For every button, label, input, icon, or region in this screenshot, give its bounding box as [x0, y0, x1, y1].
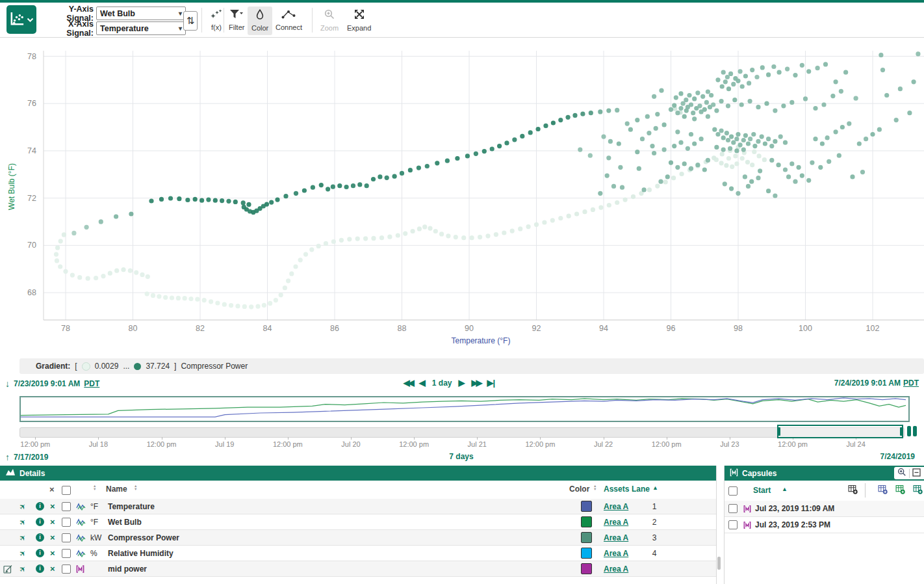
color-swatch[interactable]: [581, 514, 592, 529]
trend-overview-chart[interactable]: [19, 396, 910, 422]
connect-label: Connect: [276, 23, 302, 31]
expand-button[interactable]: Expand: [343, 7, 375, 35]
asset-link[interactable]: Area A: [604, 514, 628, 529]
step-forward-button[interactable]: [459, 378, 465, 388]
capsules-title: Capsules: [742, 469, 776, 478]
zoom-in-icon[interactable]: [897, 468, 906, 479]
timeline-tick-label: Jul 22: [594, 440, 613, 448]
capsule-row[interactable]: Jul 23, 2019 11:09 AM: [725, 501, 924, 517]
signal-icon: [76, 499, 86, 514]
assets-column-header[interactable]: Assets: [604, 484, 629, 494]
row-checkbox[interactable]: [62, 561, 71, 576]
info-icon[interactable]: i: [36, 514, 44, 529]
swap-axes-button[interactable]: [183, 11, 198, 31]
zoom-button[interactable]: Zoom: [316, 7, 342, 35]
details-row[interactable]: i°FWet BulbArea A2: [0, 514, 716, 530]
details-row[interactable]: i%Relative HumidityArea A4: [0, 546, 716, 561]
color-swatch[interactable]: [581, 561, 592, 576]
capsule-time-icon[interactable]: [907, 426, 917, 436]
add-signal-column-icon[interactable]: [878, 484, 888, 496]
range-start-timezone[interactable]: PDT: [84, 379, 99, 388]
sort-icon[interactable]: [93, 484, 96, 491]
rocket-icon[interactable]: [19, 561, 26, 576]
asset-link[interactable]: Area A: [604, 499, 628, 514]
select-all-capsules-checkbox[interactable]: [728, 486, 738, 496]
remove-icon[interactable]: [50, 530, 55, 545]
range-step-duration[interactable]: 1 day: [432, 378, 452, 388]
color-swatch[interactable]: [581, 499, 592, 514]
add-stat-column-icon[interactable]: [913, 484, 923, 496]
rocket-icon[interactable]: [19, 499, 26, 514]
sort-ascending-icon[interactable]: [652, 484, 658, 491]
color-column-header[interactable]: Color: [569, 484, 589, 494]
edit-icon[interactable]: [3, 561, 12, 576]
add-column-icon[interactable]: [848, 484, 858, 496]
svg-text:90: 90: [465, 324, 474, 333]
info-icon[interactable]: i: [36, 561, 44, 576]
timeline-track[interactable]: [19, 427, 905, 438]
row-checkbox[interactable]: [62, 499, 71, 514]
scatter-toolbar: Y-Axis Signal: Wet Bulb X-Axis Signal: T…: [0, 3, 924, 38]
timeline-tick-mark: [477, 437, 478, 440]
svg-text:98: 98: [734, 324, 743, 333]
row-checkbox[interactable]: [62, 514, 71, 529]
details-row[interactable]: i°FTemperatureArea A1: [0, 499, 716, 514]
timeline-tick-label: Jul 18: [89, 440, 108, 448]
investigate-end-date[interactable]: 7/24/2019: [880, 452, 915, 461]
step-back-fast-button[interactable]: [404, 378, 413, 388]
row-checkbox[interactable]: [62, 530, 71, 545]
lane-column-header[interactable]: Lane: [632, 484, 650, 494]
timeline-navigator: 12:00 pmJul 1812:00 pmJul 1912:00 pmJul …: [0, 425, 924, 452]
asset-link[interactable]: Area A: [604, 530, 628, 545]
color-swatch[interactable]: [581, 530, 592, 545]
investigate-duration[interactable]: 7 days: [429, 452, 494, 461]
x-axis-signal-select[interactable]: Temperature: [96, 21, 186, 35]
sort-icon[interactable]: [593, 484, 597, 491]
name-column-header[interactable]: Name: [106, 484, 127, 494]
step-forward-fast-button[interactable]: [472, 378, 481, 388]
color-button[interactable]: Color: [248, 7, 272, 35]
panel-scrollbar[interactable]: [717, 557, 721, 570]
selection-left-handle[interactable]: [777, 427, 780, 436]
filter-button[interactable]: Filter: [225, 7, 248, 35]
remove-icon[interactable]: [50, 499, 55, 514]
start-column-header[interactable]: Start: [753, 486, 771, 495]
selection-right-handle[interactable]: [900, 427, 903, 436]
asset-link[interactable]: Area A: [604, 561, 628, 576]
range-end-timezone[interactable]: PDT: [903, 378, 919, 388]
capsule-checkbox[interactable]: [728, 501, 738, 516]
color-swatch[interactable]: [581, 546, 592, 561]
scatter-chart[interactable]: 6870727476787880828486889092949698100102…: [0, 37, 924, 355]
investigate-start-date[interactable]: 7/17/2019: [5, 452, 48, 462]
info-icon[interactable]: i: [36, 499, 44, 514]
remove-icon[interactable]: [50, 561, 55, 576]
chart-type-button[interactable]: [6, 5, 36, 34]
details-row[interactable]: imid powerArea A: [0, 561, 716, 577]
select-all-checkbox[interactable]: [62, 486, 71, 495]
capsule-row[interactable]: Jul 23, 2019 2:53 PM: [725, 517, 924, 533]
collapse-panel-icon[interactable]: [912, 468, 921, 479]
rocket-icon[interactable]: [19, 530, 26, 545]
remove-icon[interactable]: [50, 546, 55, 561]
asset-link[interactable]: Area A: [604, 546, 628, 561]
step-to-end-button[interactable]: [487, 378, 495, 388]
capsule-checkbox[interactable]: [728, 517, 738, 533]
add-condition-column-icon[interactable]: [895, 484, 905, 496]
range-end-datetime[interactable]: 7/24/2019 9:01 AM PDT: [834, 378, 919, 388]
sort-icon[interactable]: [134, 484, 137, 491]
timeline-selection-window[interactable]: [777, 425, 903, 438]
remove-all-icon[interactable]: [49, 484, 55, 494]
svg-text:88: 88: [398, 324, 407, 333]
remove-icon[interactable]: [50, 514, 55, 529]
range-start-datetime[interactable]: 7/23/2019 9:01 AM PDT: [5, 378, 99, 389]
details-row[interactable]: ikWCompressor PowerArea A3: [0, 530, 716, 546]
info-icon[interactable]: i: [36, 530, 44, 545]
sort-ascending-icon[interactable]: [782, 486, 788, 492]
y-axis-signal-select[interactable]: Wet Bulb: [96, 7, 186, 20]
rocket-icon[interactable]: [19, 514, 26, 529]
step-back-button[interactable]: [419, 378, 426, 388]
info-icon[interactable]: i: [36, 546, 44, 561]
row-checkbox[interactable]: [62, 546, 71, 561]
rocket-icon[interactable]: [19, 546, 26, 561]
connect-button[interactable]: Connect: [272, 7, 306, 35]
